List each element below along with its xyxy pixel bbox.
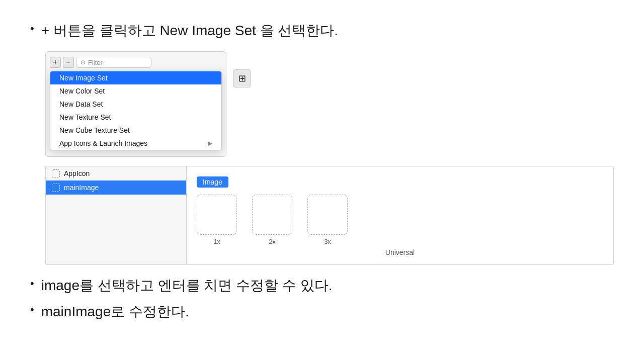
asset-list-item-mainimage[interactable]: mainImage — [46, 180, 186, 195]
image-slot-2x: 2x — [252, 195, 292, 245]
universal-label: Universal — [197, 248, 603, 256]
menu-item-label-new-color-set: New Color Set — [59, 87, 105, 95]
asset-catalog: AppIcon mainImage Image 1x 2x — [45, 166, 614, 265]
asset-content: Image 1x 2x 3x Universal — [187, 166, 613, 264]
add-button[interactable]: + — [50, 57, 61, 68]
image-tab[interactable]: Image — [197, 176, 228, 188]
filter-placeholder: Filter — [88, 59, 103, 66]
bullet-section-1: • + 버튼을 클릭하고 New Image Set 을 선택한다. — [30, 20, 614, 41]
appicon-icon — [52, 169, 60, 177]
image-slot-label-3x: 3x — [324, 238, 331, 245]
grid-icon-box: ⊞ — [233, 69, 251, 87]
minus-button[interactable]: − — [63, 57, 74, 68]
asset-list-label-mainimage: mainImage — [64, 184, 99, 192]
grid-icon: ⊞ — [238, 73, 246, 84]
image-slot-box-1x[interactable] — [197, 195, 237, 235]
dropdown-menu: New Image Set New Color Set New Data Set… — [50, 71, 222, 150]
menu-item-new-data-set[interactable]: New Data Set — [50, 98, 221, 111]
menu-item-label-new-data-set: New Data Set — [59, 100, 103, 108]
xcode-toolbar: + − ⊙ Filter — [50, 57, 222, 68]
bullet-dot-3: • — [30, 301, 34, 318]
screenshot-area: + − ⊙ Filter New Image Set New Color Set… — [45, 51, 614, 265]
image-slot-box-2x[interactable] — [252, 195, 292, 235]
bullet-item-2: • image를 선택하고 엔터를 치면 수정할 수 있다. — [30, 275, 614, 296]
bullet-text-1: + 버튼을 클릭하고 New Image Set 을 선택한다. — [41, 20, 338, 41]
asset-list-item-appicon[interactable]: AppIcon — [46, 166, 186, 180]
image-slot-label-2x: 2x — [269, 238, 276, 245]
bullet-item-3: • mainImage로 수정한다. — [30, 301, 614, 322]
image-slot-3x: 3x — [307, 195, 348, 245]
asset-list-label-appicon: AppIcon — [64, 169, 90, 177]
mainimage-icon — [52, 184, 60, 192]
bullet-text-3: mainImage로 수정한다. — [41, 301, 189, 322]
menu-item-new-image-set[interactable]: New Image Set — [50, 71, 221, 84]
menu-item-app-icons[interactable]: App Icons & Launch Images ▶ — [50, 137, 221, 150]
menu-item-new-texture-set[interactable]: New Texture Set — [50, 111, 221, 124]
filter-icon: ⊙ — [80, 59, 86, 66]
image-slots: 1x 2x 3x — [197, 195, 603, 245]
menu-item-label-new-texture-set: New Texture Set — [59, 113, 111, 121]
menu-item-label-new-image-set: New Image Set — [59, 74, 108, 82]
menu-item-label-app-icons: App Icons & Launch Images — [59, 139, 147, 147]
bullet-dot-1: • — [30, 20, 34, 37]
submenu-arrow-icon: ▶ — [208, 140, 212, 147]
bullet-item-1: • + 버튼을 클릭하고 New Image Set 을 선택한다. — [30, 20, 614, 41]
image-slot-label-1x: 1x — [213, 238, 220, 245]
bottom-bullets: • image를 선택하고 엔터를 치면 수정할 수 있다. • mainIma… — [30, 275, 614, 322]
image-slot-box-3x[interactable] — [307, 195, 348, 235]
menu-item-new-color-set[interactable]: New Color Set — [50, 84, 221, 98]
menu-item-label-new-cube-texture-set: New Cube Texture Set — [59, 126, 130, 134]
bullet-dot-2: • — [30, 275, 34, 292]
filter-box[interactable]: ⊙ Filter — [76, 57, 151, 68]
menu-item-new-cube-texture-set[interactable]: New Cube Texture Set — [50, 124, 221, 137]
xcode-dropdown-container: + − ⊙ Filter New Image Set New Color Set… — [45, 51, 226, 157]
bullet-text-2: image를 선택하고 엔터를 치면 수정할 수 있다. — [41, 275, 333, 296]
image-slot-1x: 1x — [197, 195, 237, 245]
asset-list: AppIcon mainImage — [46, 166, 187, 264]
